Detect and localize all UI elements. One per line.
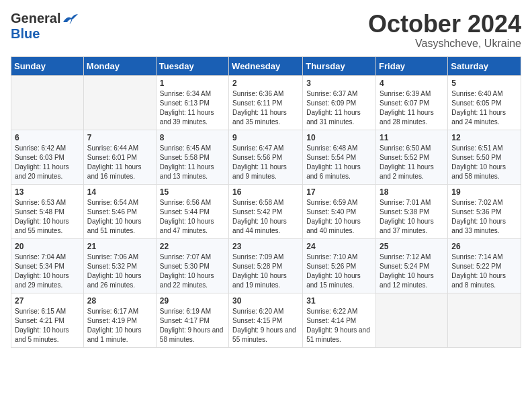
day-info: Sunrise: 7:07 AMSunset: 5:30 PMDaylight:… — [160, 253, 225, 290]
calendar-day-cell: 22Sunrise: 7:07 AMSunset: 5:30 PMDayligh… — [156, 238, 228, 293]
calendar-day-cell: 21Sunrise: 7:06 AMSunset: 5:32 PMDayligh… — [83, 238, 156, 293]
day-number: 18 — [380, 187, 444, 197]
weekday-header: Monday — [83, 56, 156, 75]
day-number: 27 — [15, 296, 80, 306]
weekday-header: Saturday — [448, 56, 521, 75]
day-number: 24 — [306, 242, 372, 251]
calendar-week-row: 27Sunrise: 6:15 AMSunset: 4:21 PMDayligh… — [11, 293, 521, 347]
day-number: 3 — [306, 79, 372, 88]
day-info: Sunrise: 6:34 AMSunset: 6:13 PMDaylight:… — [160, 89, 225, 127]
calendar-day-cell: 18Sunrise: 7:01 AMSunset: 5:38 PMDayligh… — [376, 184, 448, 238]
day-number: 25 — [380, 242, 444, 251]
day-info: Sunrise: 6:40 AMSunset: 6:05 PMDaylight:… — [451, 89, 517, 127]
day-number: 2 — [232, 79, 299, 88]
calendar-day-cell: 1Sunrise: 6:34 AMSunset: 6:13 PMDaylight… — [156, 75, 228, 130]
day-number: 6 — [15, 133, 80, 142]
calendar-day-cell: 6Sunrise: 6:42 AMSunset: 6:03 PMDaylight… — [11, 130, 84, 184]
day-info: Sunrise: 6:56 AMSunset: 5:44 PMDaylight:… — [160, 198, 225, 236]
day-info: Sunrise: 7:02 AMSunset: 5:36 PMDaylight:… — [451, 198, 517, 236]
weekday-header: Wednesday — [229, 56, 303, 75]
day-number: 16 — [232, 187, 299, 197]
day-info: Sunrise: 6:37 AMSunset: 6:09 PMDaylight:… — [306, 89, 372, 127]
calendar-table: SundayMondayTuesdayWednesdayThursdayFrid… — [11, 56, 521, 348]
calendar-day-cell — [448, 293, 521, 347]
logo-blue-text: Blue — [11, 26, 40, 42]
calendar-day-cell: 23Sunrise: 7:09 AMSunset: 5:28 PMDayligh… — [229, 238, 303, 293]
calendar-day-cell: 15Sunrise: 6:56 AMSunset: 5:44 PMDayligh… — [156, 184, 228, 238]
calendar-day-cell: 14Sunrise: 6:54 AMSunset: 5:46 PMDayligh… — [83, 184, 156, 238]
day-number: 12 — [451, 133, 517, 142]
day-info: Sunrise: 6:36 AMSunset: 6:11 PMDaylight:… — [232, 89, 299, 127]
logo-bird-icon — [62, 13, 78, 25]
day-number: 13 — [15, 187, 80, 197]
calendar-day-cell: 25Sunrise: 7:12 AMSunset: 5:24 PMDayligh… — [376, 238, 448, 293]
day-info: Sunrise: 6:51 AMSunset: 5:50 PMDaylight:… — [451, 144, 517, 181]
day-number: 1 — [160, 79, 225, 88]
day-info: Sunrise: 6:50 AMSunset: 5:52 PMDaylight:… — [380, 144, 444, 181]
day-number: 8 — [160, 133, 225, 142]
day-number: 17 — [306, 187, 372, 197]
day-info: Sunrise: 7:04 AMSunset: 5:34 PMDaylight:… — [15, 253, 80, 290]
day-info: Sunrise: 6:53 AMSunset: 5:48 PMDaylight:… — [15, 198, 80, 236]
day-info: Sunrise: 6:59 AMSunset: 5:40 PMDaylight:… — [306, 198, 372, 236]
day-info: Sunrise: 6:39 AMSunset: 6:07 PMDaylight:… — [380, 89, 444, 127]
day-number: 9 — [232, 133, 299, 142]
day-number: 15 — [160, 187, 225, 197]
day-number: 28 — [87, 296, 152, 306]
day-info: Sunrise: 6:42 AMSunset: 6:03 PMDaylight:… — [15, 144, 80, 181]
calendar-day-cell — [11, 75, 84, 130]
day-info: Sunrise: 6:58 AMSunset: 5:42 PMDaylight:… — [232, 198, 299, 236]
day-info: Sunrise: 7:09 AMSunset: 5:28 PMDaylight:… — [232, 253, 299, 290]
calendar-day-cell: 13Sunrise: 6:53 AMSunset: 5:48 PMDayligh… — [11, 184, 84, 238]
weekday-header: Tuesday — [156, 56, 228, 75]
day-info: Sunrise: 7:14 AMSunset: 5:22 PMDaylight:… — [451, 253, 517, 290]
calendar-day-cell: 10Sunrise: 6:48 AMSunset: 5:54 PMDayligh… — [303, 130, 376, 184]
day-info: Sunrise: 7:01 AMSunset: 5:38 PMDaylight:… — [380, 198, 444, 236]
calendar-day-cell: 30Sunrise: 6:20 AMSunset: 4:15 PMDayligh… — [229, 293, 303, 347]
month-title: October 2024 — [368, 11, 521, 38]
calendar-day-cell — [83, 75, 156, 130]
calendar-day-cell: 29Sunrise: 6:19 AMSunset: 4:17 PMDayligh… — [156, 293, 228, 347]
calendar-day-cell: 20Sunrise: 7:04 AMSunset: 5:34 PMDayligh… — [11, 238, 84, 293]
calendar-day-cell: 7Sunrise: 6:44 AMSunset: 6:01 PMDaylight… — [83, 130, 156, 184]
weekday-header: Friday — [376, 56, 448, 75]
day-number: 29 — [160, 296, 225, 306]
calendar-day-cell: 2Sunrise: 6:36 AMSunset: 6:11 PMDaylight… — [229, 75, 303, 130]
day-info: Sunrise: 6:54 AMSunset: 5:46 PMDaylight:… — [87, 198, 152, 236]
calendar-day-cell: 3Sunrise: 6:37 AMSunset: 6:09 PMDaylight… — [303, 75, 376, 130]
day-number: 26 — [451, 242, 517, 251]
calendar-week-row: 1Sunrise: 6:34 AMSunset: 6:13 PMDaylight… — [11, 75, 521, 130]
calendar-day-cell: 27Sunrise: 6:15 AMSunset: 4:21 PMDayligh… — [11, 293, 84, 347]
day-number: 11 — [380, 133, 444, 142]
title-section: October 2024 Vasyshcheve, Ukraine — [368, 11, 521, 50]
calendar-day-cell: 28Sunrise: 6:17 AMSunset: 4:19 PMDayligh… — [83, 293, 156, 347]
calendar-day-cell: 9Sunrise: 6:47 AMSunset: 5:56 PMDaylight… — [229, 130, 303, 184]
day-number: 10 — [306, 133, 372, 142]
day-number: 4 — [380, 79, 444, 88]
calendar-day-cell: 19Sunrise: 7:02 AMSunset: 5:36 PMDayligh… — [448, 184, 521, 238]
day-number: 7 — [87, 133, 152, 142]
location-title: Vasyshcheve, Ukraine — [368, 38, 521, 50]
day-info: Sunrise: 6:19 AMSunset: 4:17 PMDaylight:… — [160, 307, 225, 345]
calendar-header-row: SundayMondayTuesdayWednesdayThursdayFrid… — [11, 56, 521, 75]
day-number: 21 — [87, 242, 152, 251]
calendar-day-cell: 24Sunrise: 7:10 AMSunset: 5:26 PMDayligh… — [303, 238, 376, 293]
logo: General Blue — [11, 11, 78, 42]
calendar-day-cell: 31Sunrise: 6:22 AMSunset: 4:14 PMDayligh… — [303, 293, 376, 347]
calendar-day-cell: 17Sunrise: 6:59 AMSunset: 5:40 PMDayligh… — [303, 184, 376, 238]
calendar-day-cell: 16Sunrise: 6:58 AMSunset: 5:42 PMDayligh… — [229, 184, 303, 238]
page-header: General Blue October 2024 Vasyshcheve, U… — [11, 11, 521, 50]
day-info: Sunrise: 6:45 AMSunset: 5:58 PMDaylight:… — [160, 144, 225, 181]
day-info: Sunrise: 7:12 AMSunset: 5:24 PMDaylight:… — [380, 253, 444, 290]
day-info: Sunrise: 7:10 AMSunset: 5:26 PMDaylight:… — [306, 253, 372, 290]
day-number: 31 — [306, 296, 372, 306]
day-info: Sunrise: 6:15 AMSunset: 4:21 PMDaylight:… — [15, 307, 80, 345]
calendar-week-row: 13Sunrise: 6:53 AMSunset: 5:48 PMDayligh… — [11, 184, 521, 238]
day-info: Sunrise: 6:44 AMSunset: 6:01 PMDaylight:… — [87, 144, 152, 181]
day-info: Sunrise: 6:47 AMSunset: 5:56 PMDaylight:… — [232, 144, 299, 181]
day-info: Sunrise: 6:22 AMSunset: 4:14 PMDaylight:… — [306, 307, 372, 345]
day-info: Sunrise: 6:20 AMSunset: 4:15 PMDaylight:… — [232, 307, 299, 345]
day-number: 14 — [87, 187, 152, 197]
calendar-day-cell: 5Sunrise: 6:40 AMSunset: 6:05 PMDaylight… — [448, 75, 521, 130]
logo-general-text: General — [11, 11, 60, 26]
